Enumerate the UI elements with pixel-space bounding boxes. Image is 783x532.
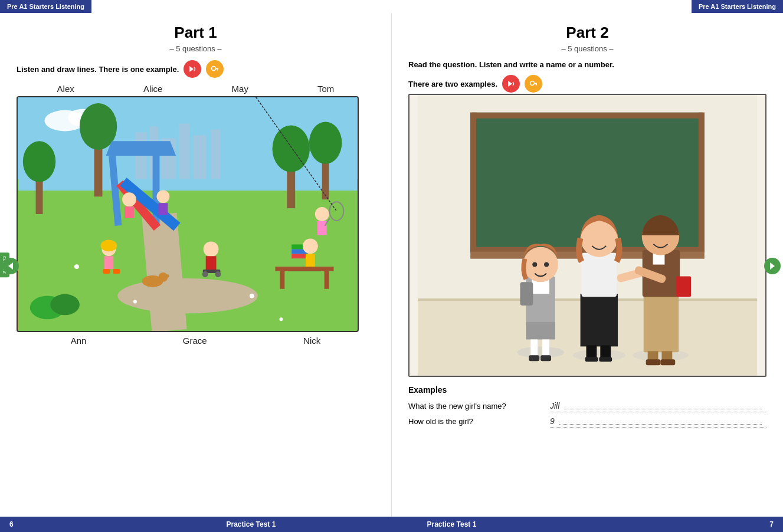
nav-arrow-left[interactable] (2, 258, 19, 274)
example-row-2: How old is the girl? 9 (408, 415, 766, 428)
svg-rect-53 (317, 221, 327, 235)
svg-rect-97 (600, 345, 611, 358)
top-label-left: Pre A1 Starters Listening (0, 0, 91, 13)
svg-point-62 (279, 317, 283, 321)
part2-title: Part 2 (408, 24, 766, 42)
name-ann: Ann (71, 336, 87, 346)
bottom-bar-inner: 6 Practice Test 1 Practice Test 1 7 (0, 520, 783, 528)
svg-point-14 (117, 278, 258, 313)
playground-image (17, 96, 359, 332)
part1-instruction: Listen and draw lines. There is one exam… (17, 60, 375, 78)
classroom-svg (409, 95, 765, 376)
svg-point-52 (315, 207, 329, 221)
svg-rect-67 (534, 83, 537, 84)
svg-point-42 (202, 271, 208, 277)
key-icon-right (529, 79, 538, 88)
answer-line-1 (564, 409, 762, 409)
name-grace: Grace (183, 336, 207, 346)
svg-point-29 (122, 192, 136, 206)
svg-point-59 (74, 264, 79, 269)
main-content: content Part 1 – 5 questions – Listen an… (0, 13, 783, 517)
part1-title: Part 1 (17, 24, 375, 42)
svg-rect-46 (325, 271, 329, 289)
svg-point-38 (164, 274, 169, 278)
answer-number-2: 9 (550, 416, 555, 426)
key-icon-left (210, 64, 219, 74)
svg-rect-3 (217, 70, 218, 71)
svg-rect-96 (587, 345, 597, 358)
example-answer-1: Jill (550, 399, 766, 412)
svg-rect-109 (646, 359, 661, 365)
svg-rect-92 (581, 294, 618, 346)
page-number-right: 7 (760, 520, 783, 528)
svg-marker-112 (770, 262, 775, 270)
svg-rect-74 (470, 113, 476, 253)
part2-instruction1: Read the question. Listen and write a na… (408, 60, 766, 69)
name-tom: Tom (317, 84, 334, 94)
svg-point-57 (157, 190, 170, 203)
svg-rect-44 (276, 267, 334, 271)
svg-point-60 (133, 300, 137, 304)
key-button-right[interactable] (525, 75, 542, 93)
answer-text-1: Jill (550, 401, 559, 411)
practice-test-label-left: Practice Test 1 (227, 520, 276, 528)
audio-button-left[interactable] (184, 60, 201, 78)
svg-marker-65 (508, 81, 512, 87)
svg-rect-2 (215, 68, 218, 70)
name-nick: Nick (303, 336, 320, 346)
top-label-right: Pre A1 Starters Listening (692, 0, 783, 13)
instruction2-text: There are two examples. (408, 80, 497, 88)
svg-rect-47 (291, 254, 308, 258)
svg-point-66 (530, 81, 535, 86)
playground-svg (18, 97, 358, 331)
key-button-left[interactable] (206, 60, 224, 78)
names-above-row: Alex Alice May Tom (17, 84, 375, 94)
svg-rect-82 (520, 282, 533, 306)
nav-arrow-right[interactable] (764, 258, 781, 274)
answer-line-2 (559, 424, 762, 425)
svg-rect-11 (194, 135, 207, 179)
names-below-row: Ann Grace Nick (17, 336, 375, 346)
svg-rect-51 (306, 254, 315, 267)
svg-point-61 (250, 294, 254, 298)
playground-container: Alex Alice May Tom (17, 84, 375, 346)
chevron-right-icon (769, 261, 776, 271)
svg-rect-58 (159, 203, 168, 215)
svg-rect-10 (179, 124, 189, 179)
bottom-bar: 6 Practice Test 1 Practice Test 1 7 (0, 517, 783, 532)
name-may: May (232, 84, 248, 94)
audio-icon-left (188, 64, 197, 74)
examples-title: Examples (408, 385, 766, 395)
svg-point-50 (303, 239, 318, 254)
svg-rect-101 (644, 294, 679, 352)
svg-rect-45 (280, 271, 284, 289)
svg-marker-26 (106, 141, 176, 156)
name-alex: Alex (57, 84, 74, 94)
name-alice: Alice (143, 84, 163, 94)
practice-test-label-right: Practice Test 1 (427, 520, 477, 528)
examples-section: Examples What is the new girl's name? Ji… (408, 385, 766, 430)
audio-button-right[interactable] (502, 75, 520, 93)
svg-marker-0 (189, 66, 194, 72)
svg-rect-99 (599, 357, 612, 362)
top-bar: Pre A1 Starters Listening Pre A1 Starter… (0, 0, 783, 13)
svg-rect-30 (125, 206, 134, 218)
example-answer-2: 9 (550, 415, 766, 428)
svg-point-79 (517, 346, 564, 358)
svg-rect-33 (104, 256, 113, 269)
left-panel: content Part 1 – 5 questions – Listen an… (0, 13, 392, 517)
svg-point-17 (23, 141, 55, 182)
svg-point-84 (532, 262, 537, 267)
svg-point-1 (212, 67, 216, 71)
right-panel: Part 2 – 5 questions – Read the question… (392, 13, 783, 517)
example-question-1: What is the new girl's name? (408, 402, 550, 411)
svg-rect-88 (542, 340, 549, 357)
page-number-left: 6 (0, 520, 23, 528)
svg-rect-68 (536, 84, 537, 86)
audio-icon-right (506, 79, 516, 88)
part1-subtitle: – 5 questions – (17, 44, 375, 53)
svg-rect-35 (113, 269, 120, 274)
svg-rect-40 (206, 256, 217, 271)
svg-rect-89 (529, 355, 539, 361)
svg-rect-72 (470, 113, 705, 119)
